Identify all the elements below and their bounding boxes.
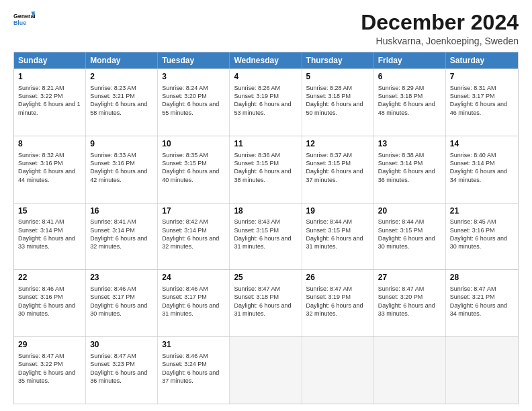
day-number: 6 — [378, 72, 441, 83]
day-number: 12 — [306, 139, 369, 150]
calendar-cell: 15 Sunrise: 8:41 AMSunset: 3:14 PMDaylig… — [14, 203, 86, 270]
calendar-week: 29 Sunrise: 8:47 AMSunset: 3:22 PMDaylig… — [14, 336, 518, 404]
calendar-cell: 19 Sunrise: 8:44 AMSunset: 3:15 PMDaylig… — [302, 203, 374, 270]
day-number: 31 — [162, 340, 225, 351]
calendar-week: 15 Sunrise: 8:41 AMSunset: 3:14 PMDaylig… — [14, 203, 518, 270]
cell-info: Sunrise: 8:38 AMSunset: 3:14 PMDaylight:… — [378, 152, 435, 183]
day-number: 3 — [162, 72, 225, 83]
cell-info: Sunrise: 8:23 AMSunset: 3:21 PMDaylight:… — [90, 85, 147, 116]
calendar-cell: 1 Sunrise: 8:21 AMSunset: 3:22 PMDayligh… — [14, 69, 86, 136]
cell-info: Sunrise: 8:36 AMSunset: 3:15 PMDaylight:… — [234, 152, 291, 183]
cell-info: Sunrise: 8:47 AMSunset: 3:19 PMDaylight:… — [306, 285, 363, 317]
calendar-cell: 16 Sunrise: 8:41 AMSunset: 3:14 PMDaylig… — [86, 203, 158, 270]
calendar-header-cell: Wednesday — [230, 52, 302, 68]
day-number: 24 — [162, 273, 225, 283]
calendar-cell: 7 Sunrise: 8:31 AMSunset: 3:17 PMDayligh… — [446, 69, 518, 136]
calendar-cell: 27 Sunrise: 8:47 AMSunset: 3:20 PMDaylig… — [374, 270, 446, 336]
calendar-header-cell: Friday — [374, 52, 446, 68]
day-number: 1 — [18, 72, 81, 83]
cell-info: Sunrise: 8:46 AMSunset: 3:17 PMDaylight:… — [162, 285, 219, 317]
day-number: 22 — [18, 273, 81, 283]
calendar-week: 8 Sunrise: 8:32 AMSunset: 3:16 PMDayligh… — [14, 136, 518, 203]
calendar-cell: 24 Sunrise: 8:46 AMSunset: 3:17 PMDaylig… — [158, 270, 230, 336]
calendar-cell: 12 Sunrise: 8:37 AMSunset: 3:15 PMDaylig… — [302, 136, 374, 203]
day-number: 18 — [234, 206, 297, 217]
cell-info: Sunrise: 8:33 AMSunset: 3:16 PMDaylight:… — [90, 152, 147, 183]
calendar: SundayMondayTuesdayWednesdayThursdayFrid… — [13, 52, 519, 404]
day-number: 28 — [450, 273, 514, 283]
page: General Blue December 2024 Huskvarna, Jo… — [0, 0, 532, 411]
cell-info: Sunrise: 8:37 AMSunset: 3:15 PMDaylight:… — [306, 152, 363, 183]
cell-info: Sunrise: 8:32 AMSunset: 3:16 PMDaylight:… — [18, 152, 75, 183]
calendar-header-cell: Monday — [86, 52, 158, 68]
calendar-cell — [446, 337, 518, 404]
calendar-body: 1 Sunrise: 8:21 AMSunset: 3:22 PMDayligh… — [14, 68, 518, 404]
day-number: 14 — [450, 139, 514, 150]
day-number: 8 — [18, 139, 81, 150]
calendar-cell — [302, 337, 374, 404]
calendar-header: SundayMondayTuesdayWednesdayThursdayFrid… — [14, 52, 518, 68]
day-number: 11 — [234, 139, 297, 150]
day-number: 25 — [234, 273, 297, 283]
day-number: 4 — [234, 72, 297, 83]
day-number: 15 — [18, 206, 81, 217]
calendar-cell: 8 Sunrise: 8:32 AMSunset: 3:16 PMDayligh… — [14, 136, 86, 203]
calendar-cell: 14 Sunrise: 8:40 AMSunset: 3:14 PMDaylig… — [446, 136, 518, 203]
calendar-cell: 18 Sunrise: 8:43 AMSunset: 3:15 PMDaylig… — [230, 203, 302, 270]
cell-info: Sunrise: 8:47 AMSunset: 3:20 PMDaylight:… — [378, 285, 435, 317]
cell-info: Sunrise: 8:47 AMSunset: 3:18 PMDaylight:… — [234, 285, 291, 317]
title-block: December 2024 Huskvarna, Joenkoeping, Sw… — [361, 11, 519, 46]
day-number: 30 — [90, 340, 153, 351]
cell-info: Sunrise: 8:47 AMSunset: 3:23 PMDaylight:… — [90, 353, 147, 384]
cell-info: Sunrise: 8:29 AMSunset: 3:18 PMDaylight:… — [378, 85, 435, 116]
calendar-cell: 2 Sunrise: 8:23 AMSunset: 3:21 PMDayligh… — [86, 69, 158, 136]
calendar-cell: 25 Sunrise: 8:47 AMSunset: 3:18 PMDaylig… — [230, 270, 302, 336]
calendar-cell: 23 Sunrise: 8:46 AMSunset: 3:17 PMDaylig… — [86, 270, 158, 336]
cell-info: Sunrise: 8:21 AMSunset: 3:22 PMDaylight:… — [18, 85, 81, 116]
cell-info: Sunrise: 8:47 AMSunset: 3:22 PMDaylight:… — [18, 353, 75, 384]
calendar-cell: 9 Sunrise: 8:33 AMSunset: 3:16 PMDayligh… — [86, 136, 158, 203]
cell-info: Sunrise: 8:47 AMSunset: 3:21 PMDaylight:… — [450, 285, 507, 317]
calendar-week: 1 Sunrise: 8:21 AMSunset: 3:22 PMDayligh… — [14, 68, 518, 136]
cell-info: Sunrise: 8:24 AMSunset: 3:20 PMDaylight:… — [162, 85, 219, 116]
day-number: 7 — [450, 72, 514, 83]
calendar-cell: 3 Sunrise: 8:24 AMSunset: 3:20 PMDayligh… — [158, 69, 230, 136]
calendar-cell: 10 Sunrise: 8:35 AMSunset: 3:15 PMDaylig… — [158, 136, 230, 203]
calendar-cell: 26 Sunrise: 8:47 AMSunset: 3:19 PMDaylig… — [302, 270, 374, 336]
calendar-cell: 4 Sunrise: 8:26 AMSunset: 3:19 PMDayligh… — [230, 69, 302, 136]
day-number: 27 — [378, 273, 441, 283]
cell-info: Sunrise: 8:45 AMSunset: 3:16 PMDaylight:… — [450, 218, 507, 250]
calendar-header-cell: Thursday — [302, 52, 374, 68]
logo-icon: General Blue — [13, 11, 35, 32]
logo: General Blue — [13, 11, 35, 32]
cell-info: Sunrise: 8:40 AMSunset: 3:14 PMDaylight:… — [450, 152, 507, 183]
cell-info: Sunrise: 8:26 AMSunset: 3:19 PMDaylight:… — [234, 85, 291, 116]
calendar-cell: 17 Sunrise: 8:42 AMSunset: 3:14 PMDaylig… — [158, 203, 230, 270]
calendar-cell: 13 Sunrise: 8:38 AMSunset: 3:14 PMDaylig… — [374, 136, 446, 203]
day-number: 21 — [450, 206, 514, 217]
day-number: 9 — [90, 139, 153, 150]
calendar-cell — [230, 337, 302, 404]
header: General Blue December 2024 Huskvarna, Jo… — [13, 11, 519, 46]
cell-info: Sunrise: 8:28 AMSunset: 3:18 PMDaylight:… — [306, 85, 363, 116]
cell-info: Sunrise: 8:44 AMSunset: 3:15 PMDaylight:… — [306, 218, 363, 250]
calendar-cell: 5 Sunrise: 8:28 AMSunset: 3:18 PMDayligh… — [302, 69, 374, 136]
cell-info: Sunrise: 8:46 AMSunset: 3:17 PMDaylight:… — [90, 285, 147, 317]
calendar-cell: 11 Sunrise: 8:36 AMSunset: 3:15 PMDaylig… — [230, 136, 302, 203]
day-number: 5 — [306, 72, 369, 83]
calendar-cell: 28 Sunrise: 8:47 AMSunset: 3:21 PMDaylig… — [446, 270, 518, 336]
calendar-cell: 22 Sunrise: 8:46 AMSunset: 3:16 PMDaylig… — [14, 270, 86, 336]
cell-info: Sunrise: 8:41 AMSunset: 3:14 PMDaylight:… — [18, 218, 75, 250]
calendar-cell: 6 Sunrise: 8:29 AMSunset: 3:18 PMDayligh… — [374, 69, 446, 136]
calendar-header-cell: Sunday — [14, 52, 86, 68]
cell-info: Sunrise: 8:46 AMSunset: 3:24 PMDaylight:… — [162, 353, 219, 384]
day-number: 2 — [90, 72, 153, 83]
calendar-cell: 31 Sunrise: 8:46 AMSunset: 3:24 PMDaylig… — [158, 337, 230, 404]
cell-info: Sunrise: 8:46 AMSunset: 3:16 PMDaylight:… — [18, 285, 75, 317]
calendar-header-cell: Tuesday — [158, 52, 230, 68]
day-number: 29 — [18, 340, 81, 351]
svg-text:Blue: Blue — [13, 19, 26, 26]
cell-info: Sunrise: 8:41 AMSunset: 3:14 PMDaylight:… — [90, 218, 147, 250]
calendar-cell — [374, 337, 446, 404]
day-number: 13 — [378, 139, 441, 150]
